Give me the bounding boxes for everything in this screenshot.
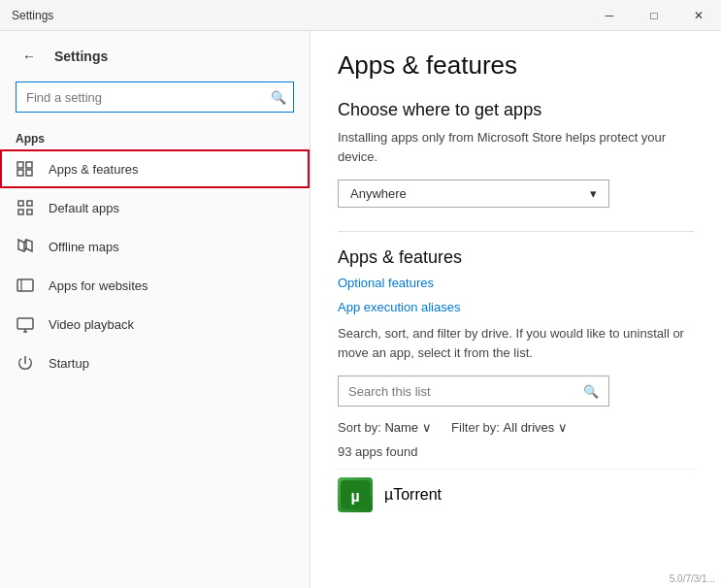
apps-websites-label: Apps for websites — [49, 278, 148, 293]
svg-rect-0 — [17, 162, 23, 168]
offline-maps-icon — [16, 237, 35, 256]
sidebar-title: Settings — [54, 49, 108, 64]
svg-rect-2 — [26, 162, 32, 168]
svg-rect-7 — [27, 210, 32, 214]
apps-websites-icon — [16, 276, 35, 295]
search-description: Search, sort, and filter by drive. If yo… — [338, 324, 694, 362]
sidebar-item-default-apps[interactable]: Default apps — [0, 188, 310, 227]
filter-label: Filter by: All drives ∨ — [451, 420, 568, 435]
dropdown-chevron-icon: ▾ — [590, 186, 597, 201]
maximize-button[interactable]: □ — [632, 0, 676, 31]
search-icon: 🔍 — [271, 90, 286, 105]
sidebar-item-offline-maps[interactable]: Offline maps — [0, 227, 310, 266]
settings-window: Settings ─ □ ✕ ← Settings 🔍 Apps — [0, 0, 721, 588]
filter-dropdown[interactable]: All drives ∨ — [504, 420, 569, 435]
anywhere-dropdown[interactable]: Anywhere ▾ — [338, 180, 609, 208]
startup-label: Startup — [49, 356, 89, 371]
apps-features-icon — [16, 159, 35, 179]
sort-chevron-icon: ∨ — [422, 420, 432, 435]
video-playback-label: Video playback — [49, 317, 134, 332]
svg-rect-11 — [17, 279, 33, 291]
page-title: Apps & features — [338, 50, 694, 81]
apps-features-section-title: Apps & features — [338, 247, 694, 268]
sort-dropdown[interactable]: Name ∨ — [384, 420, 432, 435]
app-search-box[interactable]: 🔍 — [338, 376, 609, 407]
watermark: 5.0/7/3/1... — [670, 573, 715, 584]
svg-rect-5 — [27, 201, 32, 206]
search-box: 🔍 — [16, 82, 294, 113]
choose-section-title: Choose where to get apps — [338, 100, 694, 120]
offline-maps-label: Offline maps — [49, 240, 119, 254]
main-content: Apps & features Choose where to get apps… — [311, 31, 721, 588]
svg-rect-4 — [18, 201, 23, 206]
sort-filter-row: Sort by: Name ∨ Filter by: All drives ∨ — [338, 420, 694, 435]
svg-text:µ: µ — [350, 488, 359, 505]
app-search-input[interactable] — [348, 384, 583, 399]
sidebar-header: ← Settings — [0, 31, 310, 78]
app-execution-link[interactable]: App execution aliases — [338, 300, 694, 314]
default-apps-label: Default apps — [49, 201, 119, 215]
sidebar: ← Settings 🔍 Apps Apps & feature — [0, 31, 311, 588]
svg-rect-3 — [26, 170, 32, 176]
utorrent-icon: µ — [338, 477, 373, 512]
video-playback-icon — [16, 314, 35, 334]
svg-marker-8 — [18, 240, 32, 251]
dropdown-value: Anywhere — [350, 186, 407, 201]
search-input[interactable] — [16, 82, 294, 113]
title-bar: Settings ─ □ ✕ — [0, 0, 721, 31]
sort-label: Sort by: Name ∨ — [338, 420, 432, 435]
sidebar-item-apps-features[interactable]: Apps & features — [0, 149, 310, 188]
sidebar-item-startup[interactable]: Startup — [0, 343, 310, 382]
title-bar-controls: ─ □ ✕ — [587, 0, 721, 31]
svg-rect-6 — [18, 210, 23, 214]
content-area: ← Settings 🔍 Apps Apps & feature — [0, 31, 721, 588]
app-list-item[interactable]: µ µTorrent — [338, 469, 694, 520]
sidebar-item-apps-websites[interactable]: Apps for websites — [0, 266, 310, 305]
optional-features-link[interactable]: Optional features — [338, 276, 694, 290]
filter-chevron-icon: ∨ — [558, 420, 568, 435]
window-title: Settings — [12, 9, 53, 22]
apps-found-count: 93 apps found — [338, 444, 694, 459]
section-divider — [338, 231, 694, 232]
app-name: µTorrent — [384, 486, 442, 504]
title-bar-left: Settings — [12, 9, 53, 22]
minimize-button[interactable]: ─ — [587, 0, 632, 31]
back-button[interactable]: ← — [16, 43, 43, 70]
default-apps-icon — [16, 198, 35, 217]
apps-section-label: Apps — [0, 124, 310, 149]
close-button[interactable]: ✕ — [676, 0, 721, 31]
startup-icon — [16, 353, 35, 373]
app-search-icon: 🔍 — [583, 384, 599, 399]
sidebar-item-video-playback[interactable]: Video playback — [0, 305, 310, 343]
choose-section-desc: Installing apps only from Microsoft Stor… — [338, 128, 694, 166]
svg-rect-1 — [17, 170, 23, 176]
apps-features-label: Apps & features — [49, 162, 139, 177]
svg-rect-13 — [17, 318, 33, 329]
